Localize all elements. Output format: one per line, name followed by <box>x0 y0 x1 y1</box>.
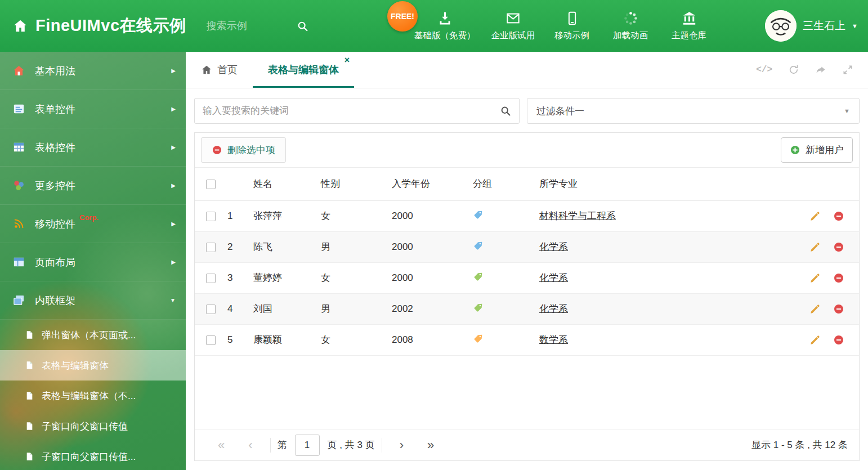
sidebar-subitem-1[interactable]: 弹出窗体（本页面或... <box>0 320 186 350</box>
grid-toolbar: 删除选中项 新增用户 <box>195 133 859 168</box>
sidebar-subitem-5[interactable]: 子窗口向父窗口传值... <box>0 441 186 470</box>
user-menu[interactable]: 三生石上 ▼ <box>765 0 858 52</box>
sidebar-item-3[interactable]: 表格控件▶ <box>0 128 186 167</box>
sidebar-subitem-label: 表格与编辑窗体 <box>42 359 109 372</box>
close-icon[interactable]: × <box>344 56 350 65</box>
row-checkbox[interactable] <box>206 305 216 314</box>
tab-home[interactable]: 首页 <box>186 52 253 88</box>
prev-page-icon[interactable]: ‹ <box>236 439 264 451</box>
edit-icon[interactable] <box>809 241 821 253</box>
edit-icon[interactable] <box>809 272 821 284</box>
col-header-gender: 性别 <box>316 168 387 200</box>
spinner-icon <box>623 11 638 26</box>
filter-dropdown[interactable]: 过滤条件一 ▼ <box>527 98 860 124</box>
nav-item-label: 加载动画 <box>613 30 648 42</box>
row-checkbox[interactable] <box>206 212 216 221</box>
edit-icon[interactable] <box>809 211 821 222</box>
keyword-search-input[interactable] <box>203 105 500 117</box>
tag-icon <box>473 302 484 313</box>
col-header-major: 所学专业 <box>535 168 788 200</box>
signal-icon <box>12 217 25 230</box>
cell-gender: 女 <box>316 262 387 293</box>
nav-item-3[interactable]: 移动示例 <box>543 11 601 42</box>
last-page-icon[interactable]: » <box>415 439 446 451</box>
source-code-icon[interactable]: </> <box>756 65 772 75</box>
open-new-window-icon[interactable] <box>815 64 826 75</box>
row-checkbox[interactable] <box>206 335 216 345</box>
major-link[interactable]: 数学系 <box>539 334 568 345</box>
delete-button-label: 删除选中项 <box>227 144 275 156</box>
row-number: 5 <box>223 324 249 355</box>
cell-name: 张萍萍 <box>249 200 316 231</box>
tab-bar: 首页 表格与编辑窗体 × </> <box>186 52 868 88</box>
file-icon <box>25 329 34 341</box>
row-checkbox[interactable] <box>206 243 216 252</box>
chevron-right-icon: ▶ <box>171 259 176 265</box>
tab-grid-edit-window[interactable]: 表格与编辑窗体 × <box>253 52 354 88</box>
sidebar-item-6[interactable]: 页面布局▶ <box>0 243 186 281</box>
nav-item-1[interactable]: 基础版（免费） <box>406 11 484 42</box>
tag-icon <box>473 271 484 282</box>
table-row: 5康颖颖女2008数学系 <box>195 324 859 355</box>
sidebar-subitem-2[interactable]: 表格与编辑窗体 <box>0 350 186 381</box>
row-checkbox[interactable] <box>206 274 216 283</box>
sidebar-item-5[interactable]: 移动控件Corp.▶ <box>0 205 186 243</box>
cell-year: 2002 <box>387 293 468 324</box>
delete-icon[interactable] <box>833 211 844 222</box>
delete-icon[interactable] <box>833 241 844 253</box>
home-icon <box>12 18 28 34</box>
delete-icon[interactable] <box>833 334 844 346</box>
sidebar-item-label: 移动控件 <box>35 217 75 231</box>
delete-selected-button[interactable]: 删除选中项 <box>201 137 286 163</box>
nav-item-4[interactable]: 加载动画 <box>601 11 660 42</box>
nav-item-2[interactable]: 企业版试用 <box>484 11 543 42</box>
layout-icon <box>12 256 25 268</box>
sidebar-subitem-3[interactable]: 表格与编辑窗体（不... <box>0 381 186 411</box>
sidebar-item-label: 基本用法 <box>35 64 75 78</box>
major-link[interactable]: 材料科学与工程系 <box>539 211 616 221</box>
sidebar-item-7[interactable]: 内联框架▼ <box>0 281 186 320</box>
sidebar-item-2[interactable]: 表单控件▶ <box>0 90 186 128</box>
page-number-input[interactable] <box>295 435 320 456</box>
main-area: 首页 表格与编辑窗体 × </> 过滤条件一 ▼ <box>186 52 868 470</box>
row-number: 2 <box>223 231 249 262</box>
search-icon[interactable] <box>500 105 511 117</box>
cell-gender: 男 <box>316 293 387 324</box>
first-page-icon[interactable]: « <box>206 439 236 451</box>
select-all-checkbox[interactable] <box>206 180 216 189</box>
cell-name: 陈飞 <box>249 231 316 262</box>
cell-year: 2000 <box>387 262 468 293</box>
search-icon[interactable] <box>297 20 308 32</box>
delete-icon[interactable] <box>833 303 844 315</box>
edit-icon[interactable] <box>809 303 821 315</box>
corp-badge: Corp. <box>79 213 99 222</box>
header-search-input[interactable] <box>207 20 297 32</box>
sidebar-item-label: 内联框架 <box>35 294 75 307</box>
keyword-search-box <box>194 98 520 124</box>
tag-icon <box>473 240 484 251</box>
sidebar-item-1[interactable]: 基本用法▶ <box>0 52 186 90</box>
file-icon <box>25 451 34 462</box>
sidebar-item-4[interactable]: 更多控件▶ <box>0 167 186 205</box>
next-page-icon[interactable]: › <box>388 439 415 451</box>
expand-icon[interactable] <box>842 64 853 75</box>
free-badge: FREE! <box>387 1 418 32</box>
edit-icon[interactable] <box>809 334 821 346</box>
nav-item-5[interactable]: 主题仓库 <box>660 11 718 42</box>
major-link[interactable]: 化学系 <box>539 272 568 283</box>
home-icon <box>201 64 212 75</box>
sidebar-subitem-4[interactable]: 子窗口向父窗口传值 <box>0 411 186 441</box>
header-search <box>207 20 322 32</box>
frames-icon <box>12 294 25 307</box>
major-link[interactable]: 化学系 <box>539 241 568 252</box>
col-header-group: 分组 <box>468 168 535 200</box>
nav-item-label: 主题仓库 <box>672 30 706 42</box>
table-row: 4刘国男2002化学系 <box>195 293 859 324</box>
major-link[interactable]: 化学系 <box>539 303 568 314</box>
add-user-button[interactable]: 新增用户 <box>781 137 853 163</box>
page-prefix-label: 第 <box>276 438 288 451</box>
refresh-icon[interactable] <box>788 64 799 75</box>
row-number: 4 <box>223 293 249 324</box>
brand[interactable]: FineUIMvc在线示例 <box>0 15 186 37</box>
delete-icon[interactable] <box>833 272 844 284</box>
